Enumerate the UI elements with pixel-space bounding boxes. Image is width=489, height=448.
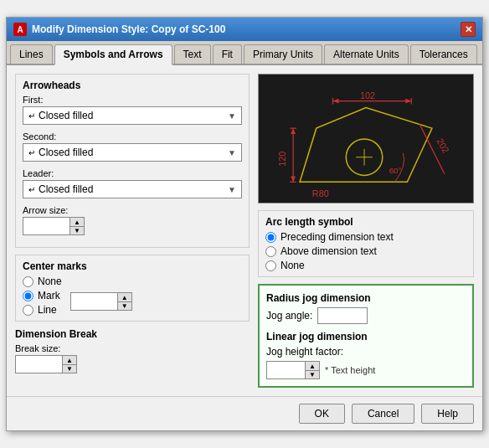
break-size-down[interactable]: ▼ [63,364,76,373]
title-bar-left: A Modify Dimension Style: Copy of SC-100 [13,23,225,36]
center-line-row: Line [23,304,62,316]
arrowheads-section: Arrowheads First: ↵Closed filled ▼ Secon… [15,74,250,248]
tab-symbols-and-arrows[interactable]: Symbols and Arrows [54,44,172,65]
center-line-label: Line [38,304,57,316]
jog-height-row: Jog height factor: [266,346,466,358]
arc-above-radio[interactable] [265,246,276,257]
window-title: Modify Dimension Style: Copy of SC-100 [32,23,225,35]
arc-none-row: None [265,260,466,271]
leader-dropdown[interactable]: ↵Closed filled ▼ [23,180,242,198]
center-marks-down[interactable]: ▼ [118,301,131,310]
break-size-spinbox[interactable]: 0.125 ▲ ▼ [15,355,77,373]
arrow-size-spinbox[interactable]: 0.18 ▲ ▼ [23,217,85,235]
center-mark-radio[interactable] [23,291,33,301]
arrow-size-down[interactable]: ▼ [70,226,84,234]
arc-none-radio[interactable] [265,260,276,271]
right-panel: 102 120 202 R80 [258,74,474,388]
jog-angle-label: Jog angle: [266,310,312,322]
center-marks-up[interactable]: ▲ [118,293,131,301]
center-none-label: None [38,275,62,287]
left-panel: Arrowheads First: ↵Closed filled ▼ Secon… [15,74,250,388]
arc-length-label: Arc length symbol [265,216,466,228]
svg-text:R80: R80 [312,188,329,198]
center-marks-label: Center marks [23,260,242,272]
preview-box: 102 120 202 R80 [258,74,474,203]
arc-preceding-radio[interactable] [265,232,276,243]
center-mark-row: Mark [23,290,62,301]
arrow-size-spinbox-btns: ▲ ▼ [69,218,84,234]
center-marks-radios: None Mark Line [23,275,62,316]
jog-height-spinbox-btns: ▲ ▼ [305,362,319,378]
jog-section: Radius jog dimension Jog angle: 45 Linea… [258,284,474,388]
first-dropdown-container: ↵Closed filled ▼ [23,106,242,125]
break-size-up[interactable]: ▲ [63,356,76,364]
close-button[interactable]: ✕ [461,22,476,37]
leader-dropdown-container: ↵Closed filled ▼ [23,180,242,198]
tab-fit[interactable]: Fit [213,44,242,64]
second-dropdown-container: ↵Closed filled ▼ [23,143,242,162]
arrowheads-label: Arrowheads [23,80,242,91]
svg-text:120: 120 [277,152,287,167]
arc-preceding-row: Preceding dimension text [265,231,466,243]
svg-text:102: 102 [360,90,375,100]
cancel-button[interactable]: Cancel [352,404,414,424]
app-icon: A [13,23,27,36]
center-none-radio[interactable] [23,276,33,287]
second-label: Second: [23,131,242,142]
jog-angle-input[interactable]: 45 [317,307,368,324]
ok-button[interactable]: OK [299,404,345,424]
radius-jog-label: Radius jog dimension [266,292,466,304]
help-button[interactable]: Help [421,404,474,424]
tab-lines[interactable]: Lines [10,44,53,64]
tab-tolerances[interactable]: Tolerances [410,44,477,64]
dim-break-label: Dimension Break [15,328,250,340]
arc-above-row: Above dimension text [265,245,466,257]
title-bar: A Modify Dimension Style: Copy of SC-100… [7,18,482,41]
jog-height-spinbox[interactable]: 1.5 ▲ ▼ [266,361,320,379]
arc-none-label: None [281,260,305,271]
first-dropdown[interactable]: ↵Closed filled ▼ [23,106,242,125]
dim-break-section: Dimension Break Break size: 0.125 ▲ ▼ [15,328,250,373]
first-label: First: [23,95,242,105]
center-line-radio[interactable] [23,305,33,316]
center-marks-section: Center marks None Mark Line [15,255,250,322]
leader-label: Leader: [23,168,242,178]
arrow-size-input[interactable]: 0.18 [23,218,69,234]
arc-length-section: Arc length symbol Preceding dimension te… [258,210,474,277]
center-marks-val: 0.09 ▲ ▼ [70,292,132,311]
center-mark-label: Mark [38,290,60,301]
center-marks-inner: None Mark Line 0.09 [23,275,242,316]
break-size-row: 0.125 ▲ ▼ [15,355,250,373]
arc-length-radio-group: Preceding dimension text Above dimension… [265,231,466,271]
center-marks-spinbox[interactable]: 0.09 ▲ ▼ [70,292,132,311]
arc-preceding-label: Preceding dimension text [281,231,394,243]
tab-primary-units[interactable]: Primary Units [244,44,322,64]
content-area: Arrowheads First: ↵Closed filled ▼ Secon… [7,65,482,396]
center-none-row: None [23,275,62,287]
text-height-label: * Text height [325,365,375,375]
jog-height-down[interactable]: ▼ [306,370,319,378]
jog-height-input-row: 1.5 ▲ ▼ * Text height [266,361,466,379]
tab-bar: Lines Symbols and Arrows Text Fit Primar… [7,41,482,65]
arrow-size-label: Arrow size: [23,205,242,215]
second-dropdown[interactable]: ↵Closed filled ▼ [23,143,242,162]
break-size-label: Break size: [15,343,250,353]
tab-text[interactable]: Text [174,44,211,64]
jog-angle-row: Jog angle: 45 [266,307,466,324]
arc-above-label: Above dimension text [281,245,377,257]
preview-svg: 102 120 202 R80 [259,75,473,203]
break-size-spinbox-btns: ▲ ▼ [62,356,76,373]
jog-height-label: Jog height factor: [266,346,343,358]
main-window: A Modify Dimension Style: Copy of SC-100… [6,17,483,431]
jog-height-up[interactable]: ▲ [306,362,319,370]
arrow-size-up[interactable]: ▲ [70,218,84,226]
tab-alternate-units[interactable]: Alternate Units [324,44,409,64]
footer: OK Cancel Help [7,396,482,430]
break-size-input[interactable]: 0.125 [16,356,62,373]
center-marks-input[interactable]: 0.09 [71,293,117,310]
center-marks-spinbox-btns: ▲ ▼ [117,293,131,310]
linear-jog-label: Linear jog dimension [266,331,466,342]
jog-height-input[interactable]: 1.5 [267,362,305,378]
arrow-size-row: 0.18 ▲ ▼ [23,217,242,235]
